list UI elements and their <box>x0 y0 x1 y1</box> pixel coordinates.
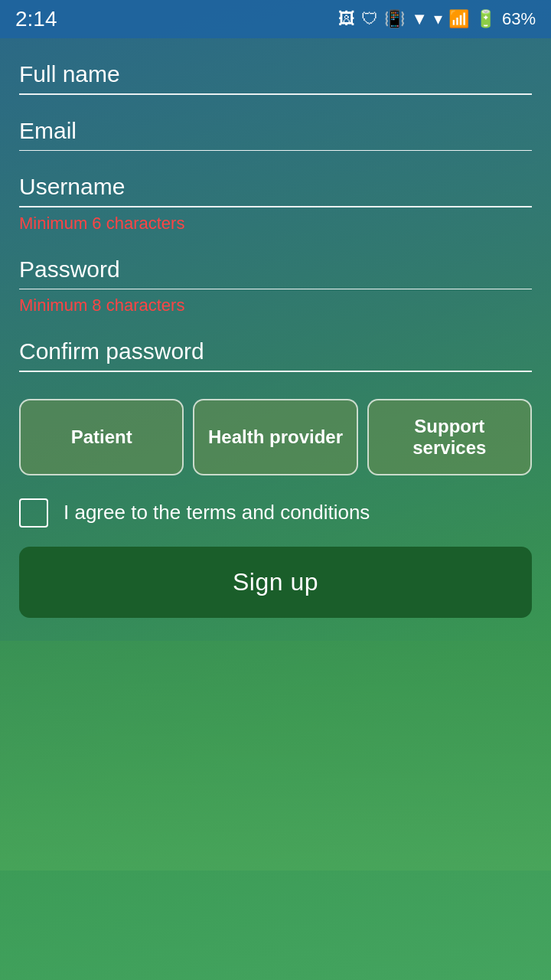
fullname-label: Full name <box>19 61 532 87</box>
confirm-password-underline <box>19 371 532 372</box>
wifi-icon: ▾ <box>434 9 442 29</box>
image-icon: 🖼 <box>338 9 355 29</box>
terms-label: I agree to the terms and conditions <box>64 501 370 524</box>
fullname-underline <box>19 93 532 95</box>
health-provider-button[interactable]: Health provider <box>193 399 357 475</box>
status-time: 2:14 <box>15 7 57 31</box>
status-icons: 🖼 🛡 📳 ▼ ▾ 📶 🔋 63% <box>338 9 536 29</box>
email-label: Email <box>19 118 532 144</box>
status-bar: 2:14 🖼 🛡 📳 ▼ ▾ 📶 🔋 63% <box>0 0 551 38</box>
terms-checkbox[interactable] <box>19 498 48 528</box>
signup-button[interactable]: Sign up <box>19 547 532 618</box>
fullname-field-group: Full name <box>19 61 532 95</box>
mobile-signal-icon: 📶 <box>448 9 469 29</box>
shield-icon: 🛡 <box>361 9 378 29</box>
terms-row: I agree to the terms and conditions <box>19 498 532 528</box>
password-field-group: Password Minimum 8 characters <box>19 256 532 316</box>
username-field-group: Username Minimum 6 characters <box>19 174 532 234</box>
confirm-password-field-group: Confirm password <box>19 338 532 372</box>
signal-icon: ▼ <box>411 9 428 29</box>
password-label: Password <box>19 256 532 283</box>
battery-icon: 🔋 <box>475 9 496 29</box>
role-buttons-group: Patient Health provider Support services <box>19 399 532 475</box>
email-underline <box>19 150 532 152</box>
password-validation: Minimum 8 characters <box>19 296 532 315</box>
password-underline <box>19 289 532 290</box>
signup-form: Full name Email Username Minimum 6 chara… <box>0 38 551 641</box>
battery-percent: 63% <box>502 9 536 29</box>
bottom-area <box>0 641 551 871</box>
username-label: Username <box>19 174 532 200</box>
username-underline <box>19 206 532 207</box>
vibrate-icon: 📳 <box>384 9 405 29</box>
patient-button[interactable]: Patient <box>19 399 184 475</box>
username-validation: Minimum 6 characters <box>19 214 532 234</box>
email-field-group: Email <box>19 118 532 152</box>
confirm-password-label: Confirm password <box>19 338 532 364</box>
support-services-button[interactable]: Support services <box>367 399 532 475</box>
